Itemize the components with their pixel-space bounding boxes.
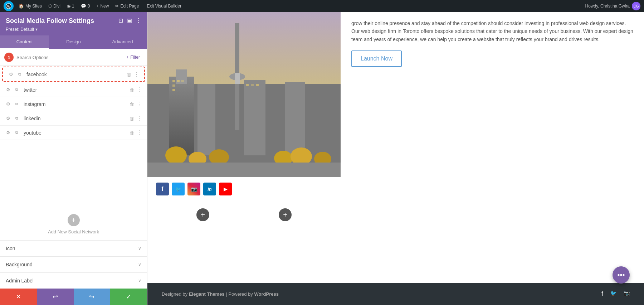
accordion-admin-label-chevron: [138, 278, 141, 283]
floating-action-button[interactable]: •••: [613, 266, 630, 284]
social-item-instagram[interactable]: instagram: [0, 97, 147, 111]
accordion-admin-label-header[interactable]: Admin Label: [0, 273, 147, 289]
svg-rect-12: [267, 87, 283, 155]
edit-page-label: Edit Page: [120, 4, 139, 9]
footer-powered-by: Powered by: [228, 291, 254, 297]
twitter-duplicate-icon[interactable]: [14, 87, 20, 93]
panel-header-top: Social Media Follow Settings Preset: Def…: [6, 17, 141, 32]
svg-rect-29: [256, 84, 259, 86]
social-circle-instagram[interactable]: 📷: [187, 183, 200, 195]
linkedin-duplicate-icon[interactable]: [14, 115, 20, 122]
svg-rect-9: [197, 84, 215, 155]
twitter-delete-icon[interactable]: [130, 87, 134, 93]
tab-content[interactable]: Content: [0, 35, 49, 49]
tab-content-label: Content: [16, 39, 33, 44]
admin-bar-right: Howdy, Christina Gwira CG: [585, 2, 640, 10]
social-circle-facebook[interactable]: f: [156, 183, 169, 195]
accordion-icon-chevron: [138, 246, 141, 251]
search-input[interactable]: [16, 55, 121, 60]
tab-design[interactable]: Design: [49, 35, 98, 49]
instagram-settings-icon[interactable]: [5, 101, 11, 107]
launch-now-button[interactable]: Launch Now: [351, 50, 402, 67]
circle-count-item[interactable]: ◉ 1: [64, 2, 77, 10]
panel-preset[interactable]: Preset: Default ▾: [6, 27, 94, 32]
youtube-name: youtube: [24, 130, 126, 136]
social-circle-twitter[interactable]: 🐦: [172, 183, 185, 195]
add-new-social-section[interactable]: + Add New Social Network: [0, 208, 147, 240]
svg-rect-7: [169, 77, 194, 155]
svg-rect-10: [215, 91, 230, 155]
facebook-delete-icon[interactable]: [127, 72, 131, 77]
footer-twitter-icon[interactable]: 🐦: [610, 290, 616, 298]
add-new-social-button[interactable]: +: [68, 214, 80, 226]
add-column-left-button[interactable]: +: [196, 208, 209, 221]
exit-builder-item[interactable]: Exit Visual Builder: [142, 2, 184, 10]
youtube-actions: [130, 129, 142, 136]
preview-body-text: grow their online presence and stay ahea…: [351, 19, 633, 43]
social-list: facebook twitter: [0, 66, 147, 208]
accordion-background-chevron: [138, 262, 141, 267]
youtube-duplicate-icon[interactable]: [14, 130, 20, 136]
linkedin-actions: [130, 115, 142, 122]
undo-button[interactable]: ↩: [37, 289, 74, 305]
avatar[interactable]: CG: [632, 2, 640, 10]
twitter-name: twitter: [24, 87, 126, 93]
my-sites-item[interactable]: 🏠 My Sites: [16, 2, 45, 10]
linkedin-delete-icon[interactable]: [130, 116, 134, 121]
facebook-actions: [127, 71, 139, 78]
accordion-icon-header[interactable]: Icon: [0, 241, 147, 256]
layout-icon[interactable]: ▣: [127, 17, 132, 24]
more-icon[interactable]: ⋮: [136, 17, 141, 24]
social-circle-youtube[interactable]: ▶: [219, 183, 232, 195]
wp-logo[interactable]: W: [4, 1, 14, 11]
youtube-settings-icon[interactable]: [5, 130, 11, 136]
instagram-actions: [130, 101, 142, 107]
panel-header-icons: ⊡ ▣ ⋮: [118, 17, 141, 24]
resize-icon[interactable]: ⊡: [118, 17, 123, 24]
twitter-drag-icon[interactable]: [136, 86, 142, 93]
cancel-button[interactable]: ✕: [0, 289, 37, 305]
linkedin-drag-icon[interactable]: [136, 115, 142, 122]
tab-advanced[interactable]: Advanced: [98, 35, 147, 49]
house-icon: 🏠: [19, 4, 24, 9]
admin-bar: W 🏠 My Sites ⬡ Divi ◉ 1 💬 0 + New ✏ Edit…: [0, 0, 644, 12]
preview-right-column: grow their online presence and stay ahea…: [341, 12, 644, 283]
divi-item[interactable]: ⬡ Divi: [45, 2, 63, 10]
svg-rect-26: [172, 89, 175, 91]
notification-badge: 1: [4, 53, 14, 62]
instagram-name: instagram: [24, 101, 126, 107]
my-sites-label: My Sites: [25, 4, 42, 9]
social-circle-linkedin[interactable]: in: [203, 183, 216, 195]
comment-count-item[interactable]: 💬 0: [78, 2, 93, 10]
instagram-duplicate-icon[interactable]: [14, 101, 20, 107]
linkedin-icons: [5, 115, 20, 122]
filter-button[interactable]: + Filter: [123, 53, 143, 61]
social-item-linkedin[interactable]: linkedin: [0, 111, 147, 126]
add-column-right-button[interactable]: +: [279, 208, 292, 221]
new-plus-icon: +: [96, 4, 99, 9]
instagram-drag-icon[interactable]: [136, 101, 142, 107]
fab-dots-icon: •••: [617, 271, 625, 279]
twitter-settings-icon[interactable]: [5, 87, 11, 93]
footer-designed-by: Designed by: [162, 291, 189, 297]
social-item-twitter[interactable]: twitter: [0, 83, 147, 97]
instagram-delete-icon[interactable]: [130, 101, 134, 107]
linkedin-settings-icon[interactable]: [5, 115, 11, 122]
svg-rect-23: [177, 80, 180, 82]
save-button[interactable]: ✓: [110, 289, 147, 305]
social-item-youtube[interactable]: youtube: [0, 126, 147, 140]
preset-label: Preset: Default: [6, 27, 34, 32]
footer-facebook-icon[interactable]: f: [601, 290, 603, 298]
youtube-drag-icon[interactable]: [136, 129, 142, 136]
edit-page-item[interactable]: ✏ Edit Page: [112, 2, 142, 10]
accordion-background-header[interactable]: Background: [0, 257, 147, 272]
facebook-duplicate-icon[interactable]: [16, 71, 23, 78]
social-item-facebook[interactable]: facebook: [2, 67, 145, 82]
facebook-settings-icon[interactable]: [8, 71, 14, 78]
accordion-icon-title: Icon: [6, 246, 15, 251]
facebook-drag-icon[interactable]: [133, 71, 139, 78]
redo-button[interactable]: ↪: [74, 289, 111, 305]
new-item[interactable]: + New: [93, 2, 112, 10]
youtube-delete-icon[interactable]: [130, 130, 134, 136]
footer-instagram-icon[interactable]: 📷: [624, 290, 630, 298]
